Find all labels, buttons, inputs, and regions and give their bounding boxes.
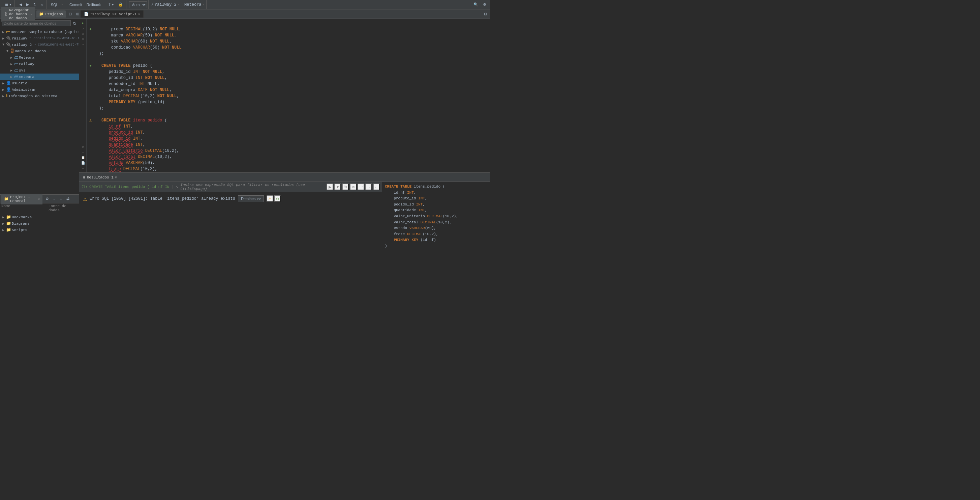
import-btn[interactable]: ← <box>373 184 380 190</box>
editor-scroll-area[interactable]: ● preco DECIMAL(10,2) NOT NULL, marca VA… <box>87 19 490 173</box>
bottom-minus-btn[interactable]: − <box>52 196 57 202</box>
col-fonte-header: Fonte de dados <box>49 204 78 212</box>
down-btn[interactable]: ▼ <box>334 184 341 190</box>
tree-item-sys[interactable]: ▶ 🗃 sys <box>0 67 79 73</box>
bottom-settings-btn[interactable]: ⚙ <box>44 196 51 202</box>
admin-icon: 👤 <box>6 87 11 92</box>
sql-btn[interactable]: SQL <box>49 2 60 7</box>
lock-btn[interactable]: 🔒 <box>116 2 125 7</box>
results-tab-1[interactable]: ⊞ Resultados 1 ✕ <box>81 174 119 181</box>
connection-group: ⚡ railway 2 ▾ | Meteora ▾ <box>150 0 207 9</box>
project-tab-label: Project - General <box>10 195 37 203</box>
filter-divider: | <box>172 185 174 189</box>
auto-dropdown[interactable]: Auto <box>129 2 147 8</box>
user-icon: 👤 <box>6 81 11 86</box>
projects-tab[interactable]: 📁 Projetos <box>37 10 66 18</box>
page-btn[interactable]: 📄 <box>79 160 87 166</box>
editor-tab-close[interactable]: ✕ <box>138 12 140 16</box>
editor-inner: ▶ ▷ ⊡ ⊞ → ⚙ ⋯ 📋 📄 ⌨ ● preco DECIMAL(10,2… <box>79 19 490 173</box>
explain-btn[interactable]: ⊞ <box>79 37 87 42</box>
terminal-btn[interactable]: ⌨ <box>79 166 87 171</box>
export-btn[interactable]: → <box>365 184 372 190</box>
project-item-bookmarks[interactable]: ▶ 📁 Bookmarks <box>0 214 79 220</box>
run-btn[interactable]: ▶ <box>79 20 87 26</box>
history-btn[interactable]: 📋 <box>79 155 87 160</box>
tree-item-label: Bookmarks <box>12 215 32 219</box>
tree-item-banco-dados[interactable]: ▼ 🗄 Banco de dados <box>0 48 79 54</box>
run-filter-btn[interactable]: ▶ <box>326 184 333 190</box>
db-icon: 🗃 <box>14 74 18 79</box>
bottom-panel-actions: ⚙ − + ⇄ _ <box>44 196 78 202</box>
sql-reference: CREATE TABLE itens_pedido ( id_nf IN <box>89 185 170 189</box>
bottom-sync-btn[interactable]: ⇄ <box>65 196 71 202</box>
tree-item-info[interactable]: ▶ ℹ Informações do sistema <box>0 93 79 99</box>
connection-label: railway 2 <box>155 2 177 7</box>
arrow-icon: ▶ <box>2 30 5 34</box>
folder-icon: 📁 <box>6 214 11 220</box>
tree-item-usuario[interactable]: ▶ 👤 Usuário <box>0 80 79 86</box>
schema-icon: 🗄 <box>10 49 14 54</box>
projects-icon: 📁 <box>39 12 44 16</box>
run-single-btn[interactable]: ⊡ <box>79 31 87 37</box>
db-icon: 🗃 <box>14 68 18 73</box>
format-btn[interactable]: T ▾ <box>107 2 116 7</box>
settings-gutter-btn[interactable]: ⚙ <box>79 144 87 149</box>
tree-item-railway2[interactable]: ▼ 🔌 railway 2 ~ containers-us-west-75.ra… <box>0 42 79 48</box>
db-sep: | <box>181 2 183 7</box>
tree-item-meteora[interactable]: ▶ 🗃 Meteora <box>0 54 79 61</box>
more-results-btn[interactable]: ⋯ <box>358 184 364 190</box>
info-btn[interactable]: ⊙ <box>274 195 281 202</box>
tree-item-railway-db[interactable]: ▶ 🗃 railway <box>0 61 79 67</box>
refresh-results-btn[interactable]: ↻ <box>342 184 349 190</box>
home-btn[interactable]: ⌂ <box>39 2 45 7</box>
left-sidebar: 🗄 Navegador de banco de dados ✕ 📁 Projet… <box>0 10 79 250</box>
auto-group: Auto <box>128 0 149 9</box>
search-input[interactable] <box>2 20 71 26</box>
tree-item-meteora-sel[interactable]: ▶ 🗃 meteora <box>0 73 79 80</box>
search-btn[interactable]: 🔍 <box>472 2 480 7</box>
editor-tab-script1[interactable]: 📄 *<railway 2> Script-1 ✕ <box>81 10 144 18</box>
commit-btn[interactable]: Commit <box>68 2 84 7</box>
project-icon: 📁 <box>4 197 9 201</box>
bottom-plus-btn[interactable]: + <box>58 196 64 202</box>
project-general-tab[interactable]: 📁 Project - General ✕ <box>2 194 43 204</box>
tree-item-label: Scripts <box>12 228 27 232</box>
tree-item-label: sys <box>19 69 25 72</box>
details-btn[interactable]: Detalhes >> <box>238 195 264 202</box>
filter-btn[interactable]: ⧉ <box>72 21 77 26</box>
db-navigator-close[interactable]: ✕ <box>30 12 32 16</box>
filter-input[interactable]: Insira uma expressão SQL para filtrar os… <box>180 183 325 191</box>
results-tab-close[interactable]: ✕ <box>115 175 117 179</box>
project-tab-close[interactable]: ✕ <box>38 197 40 201</box>
tree-item-dbeaver-sample[interactable]: ▶ 🗃 DBeaver Sample Database (SQLite) <box>0 29 79 35</box>
script-icon: 📄 <box>84 12 89 16</box>
error-icon-bar: ⚠ ⊙ <box>267 195 281 202</box>
filter-results-btn[interactable]: ⧉ <box>350 184 356 190</box>
rollback-btn[interactable]: Rollback <box>85 2 102 7</box>
db-icon: 🗃 <box>14 61 18 67</box>
project-col-headers: Nome Fonte de dados <box>0 203 79 213</box>
arrow-icon: ▼ <box>2 43 5 46</box>
more-gutter-btn[interactable]: ⋯ <box>79 149 87 155</box>
projects-label: Projetos <box>45 12 63 16</box>
tree-item-administrar[interactable]: ▶ 👤 Administrar <box>0 86 79 93</box>
error-row: ⚠ Erro SQL [1050] [42S01]: Table 'itens_… <box>79 192 382 205</box>
settings-btn[interactable]: ⚙ <box>481 2 488 7</box>
warning-btn[interactable]: ⚠ <box>267 195 273 202</box>
maximize-btn[interactable]: ⊡ <box>482 11 488 17</box>
db-icon: 🗄 <box>4 12 8 16</box>
send-btn[interactable]: → <box>79 42 87 47</box>
run-script-btn[interactable]: ▷ <box>79 26 87 31</box>
arrow-icon: ▶ <box>2 222 5 226</box>
project-item-scripts[interactable]: ▶ 📁 Scripts <box>0 227 79 233</box>
tree-item-label: Meteora <box>19 56 34 60</box>
editor-gutter: ▶ ▷ ⊡ ⊞ → ⚙ ⋯ 📋 📄 ⌨ <box>79 19 87 173</box>
arrow-icon: ▶ <box>10 69 13 72</box>
bottom-min-btn[interactable]: _ <box>72 196 78 202</box>
tree-item-railway[interactable]: ▶ 🔌 railway ~ containers-us-west-61.rail… <box>0 35 79 42</box>
db-icon: 🗃 <box>6 29 10 34</box>
arrow-icon: ▶ <box>2 228 5 232</box>
col-nome-header: Nome <box>2 204 49 212</box>
collapse-btn[interactable]: ⊟ <box>67 11 73 17</box>
project-item-diagrams[interactable]: ▶ 📁 Diagrams <box>0 220 79 227</box>
